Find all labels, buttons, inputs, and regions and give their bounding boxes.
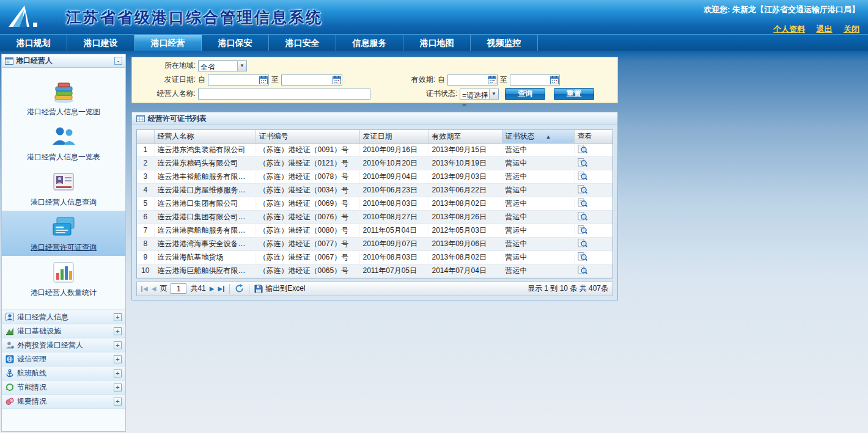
license-cards-icon [50, 214, 77, 241]
table-row[interactable]: 7 连云港港腾船舶服务有限公司 （苏连）港经证（0080）号 2011年05月0… [137, 224, 612, 237]
valid-until-header[interactable]: 有效期至 [428, 130, 502, 143]
search-form: 所在地域: 全省 ▼ 发证日期: 自 至 有效期: 自 [131, 57, 618, 103]
tab-port-construction[interactable]: 港口建设 [67, 35, 134, 51]
expand-button[interactable]: + [114, 341, 122, 349]
operator-name-header[interactable]: 经营人名称 [154, 130, 256, 143]
first-page-icon[interactable]: ◀ [141, 286, 148, 292]
table-row[interactable]: 3 连云港丰裕船舶服务有限公司 （苏连）港经证（0078）号 2010年09月0… [137, 170, 612, 183]
last-page-icon[interactable]: ▶ [218, 286, 224, 292]
view-certificate-button[interactable] [578, 158, 587, 167]
tab-info-service[interactable]: 信息服务 [336, 35, 403, 51]
tab-port-security[interactable]: 港口保安 [202, 35, 269, 51]
sidebar-group-infrastructure[interactable]: 港口基础设施 + [2, 324, 125, 338]
export-excel-label: 输出到Excel [265, 283, 305, 294]
table-row[interactable]: 10 连云港海巨船舶供应有限公司 （苏连）港经证（0065）号 2011年07月… [137, 264, 612, 277]
collapse-button[interactable]: - [114, 57, 122, 65]
cert-status-header[interactable]: 证书状态▲ [502, 130, 574, 143]
tab-port-operation[interactable]: 港口经营 [134, 35, 202, 51]
tab-port-map[interactable]: 港口地图 [403, 35, 471, 51]
sidebar-group-fees[interactable]: 规费情况 + [2, 395, 125, 409]
to-label: 至 [500, 75, 507, 85]
sidebar-group-foreign-investment[interactable]: 外商投资港口经营人 + [2, 338, 125, 352]
operator-name-cell: 连云港海巨船舶供应有限公司 [154, 264, 256, 277]
logout-link[interactable]: 退出 [817, 24, 833, 34]
expand-button[interactable]: + [114, 398, 122, 406]
magnifier-icon [578, 252, 587, 261]
sidebar-item-license-query[interactable]: 港口经营许可证查询 [2, 211, 125, 256]
profile-link[interactable]: 个人资料 [773, 24, 805, 34]
export-excel-button[interactable]: 输出到Excel [254, 283, 305, 294]
sidebar-group-operator-info[interactable]: 港口经营人信息 + [2, 310, 125, 324]
sidebar-group-integrity[interactable]: 诚信管理 + [2, 352, 125, 366]
cert-no-header[interactable]: 证书编号 [256, 130, 359, 143]
operator-name-cell: 连云港东粮码头有限公司 [154, 156, 256, 170]
sidebar-item-operator-overview-table[interactable]: 港口经营人信息一览表 [2, 120, 125, 166]
view-certificate-button[interactable] [578, 198, 587, 208]
table-row[interactable]: 6 连云港港口集团有限公司轮驳... （苏连）港经证（0076）号 2010年0… [137, 210, 612, 224]
table-row[interactable]: 1 连云港东鸿集装箱有限公司 （苏连）港经证（0091）号 2010年09月16… [137, 143, 612, 156]
close-link[interactable]: 关闭 [844, 24, 859, 34]
sidebar-group-flight-routes[interactable]: 航班航线 + [2, 366, 125, 380]
view-header[interactable]: 查看 [574, 130, 612, 143]
view-certificate-button[interactable] [578, 211, 587, 221]
people-icon [50, 123, 77, 150]
view-certificate-button[interactable] [578, 144, 587, 154]
view-certificate-button[interactable] [578, 238, 587, 248]
calendar-icon[interactable] [550, 76, 559, 84]
operator-name-input[interactable] [198, 89, 370, 100]
row-number: 3 [137, 170, 154, 183]
tab-video-monitor[interactable]: 视频监控 [471, 35, 538, 51]
issue-date-cell: 2010年08月27日 [359, 210, 428, 224]
table-row[interactable]: 4 连云港港口房屋维修服务公司 （苏连）港经证（0034）号 2010年06月2… [137, 183, 612, 197]
issue-date-cell: 2011年05月04日 [359, 224, 428, 237]
table-row[interactable]: 8 连云港港湾海事安全设备有限... （苏连）港经证（0077）号 2010年0… [137, 237, 612, 250]
expand-button[interactable]: + [114, 369, 122, 377]
expand-button[interactable]: + [114, 355, 122, 363]
total-pages-label: 共41 [190, 283, 205, 294]
refresh-button[interactable] [235, 284, 244, 293]
person-card-icon [6, 313, 14, 321]
view-certificate-button[interactable] [578, 265, 587, 275]
table-row[interactable]: 9 连云港海航基地货场 （苏连）港经证（0067）号 2010年08月03日 2… [137, 250, 612, 264]
sidebar-item-operator-statistics[interactable]: 港口经营人数量统计 [2, 256, 125, 301]
calendar-icon[interactable] [333, 76, 341, 84]
validity-label: 有效期: [342, 75, 435, 85]
sidebar-group-energy-saving[interactable]: 节能情况 + [2, 380, 125, 395]
view-certificate-button[interactable] [578, 225, 587, 235]
view-certificate-button[interactable] [578, 171, 587, 181]
results-table-wrap: 经营人名称 证书编号 发证日期 有效期至 证书状态▲ 查看 1 [136, 129, 613, 278]
expand-button[interactable]: + [114, 384, 122, 391]
search-row-region: 所在地域: 全省 ▼ [132, 59, 617, 73]
issue-date-header[interactable]: 发证日期 [359, 130, 428, 143]
results-panel-header: 经营许可证书列表 [132, 112, 617, 125]
issue-date-from-field [208, 75, 269, 86]
sidebar-item-operator-overview-chart[interactable]: 港口经营人信息一览图 [2, 75, 125, 120]
view-certificate-button[interactable] [578, 252, 587, 261]
sidebar-item-operator-info-query[interactable]: 港口经营人信息查询 [2, 166, 125, 211]
sidebar-icon-menu: 港口经营人信息一览图 港口经营人信息一览表 [2, 68, 125, 301]
region-select[interactable]: 全省 ▼ [198, 60, 247, 71]
expand-button[interactable]: + [114, 313, 122, 321]
valid-until-cell: 2012年05月03日 [428, 224, 502, 237]
reset-button[interactable]: 重置 [554, 88, 594, 100]
cert-no-cell: （苏连）港经证（0121）号 [256, 156, 359, 170]
app-title: 江苏省省级港口综合管理信息系统 [66, 7, 323, 27]
sidebar-item-label: 港口经营许可证查询 [31, 242, 97, 253]
table-row[interactable]: 2 连云港东粮码头有限公司 （苏连）港经证（0121）号 2010年10月20日… [137, 156, 612, 170]
cert-status-select[interactable]: =请选择= ▼ [460, 89, 499, 100]
next-page-icon[interactable]: ▶ [210, 286, 215, 292]
query-button[interactable]: 查询 [505, 88, 545, 100]
tab-port-planning[interactable]: 港口规划 [0, 35, 67, 51]
tab-port-safety[interactable]: 港口安全 [269, 35, 336, 51]
calendar-icon[interactable] [488, 76, 496, 84]
main-nav: 港口规划 港口建设 港口经营 港口保安 港口安全 信息服务 港口地图 视频监控 [0, 34, 868, 51]
calendar-icon[interactable] [259, 76, 268, 84]
prev-page-icon[interactable]: ◀ [152, 286, 156, 292]
expand-button[interactable]: + [114, 327, 122, 335]
table-row[interactable]: 5 连云港港口集团有限公司 （苏连）港经证（0069）号 2010年08月03日… [137, 197, 612, 210]
view-certificate-button[interactable] [578, 184, 587, 194]
id-card-icon [50, 169, 77, 195]
results-panel-title: 经营许可证书列表 [148, 114, 207, 124]
status-cell: 营运中 [502, 183, 574, 197]
page-number-input[interactable] [171, 283, 186, 294]
